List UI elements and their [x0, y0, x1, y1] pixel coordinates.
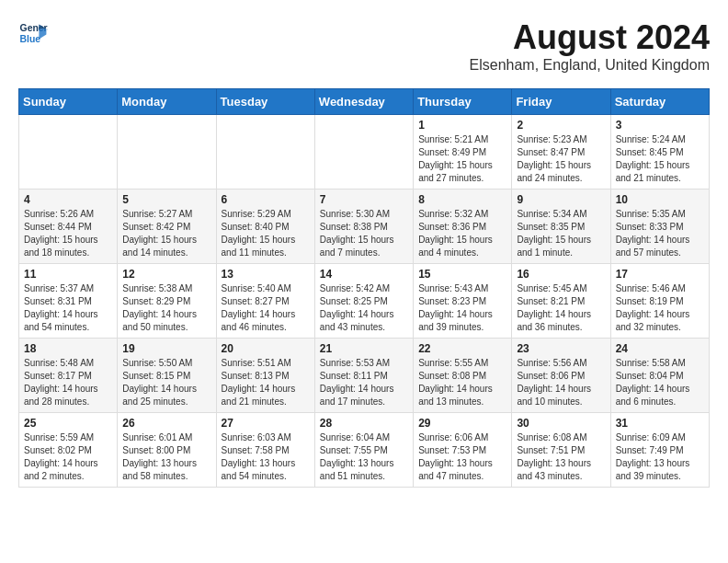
day-info: Sunrise: 5:56 AM Sunset: 8:06 PM Dayligh…: [517, 357, 605, 408]
day-info: Sunrise: 5:55 AM Sunset: 8:08 PM Dayligh…: [418, 357, 506, 408]
calendar-cell: [19, 115, 118, 190]
calendar-cell: 29Sunrise: 6:06 AM Sunset: 7:53 PM Dayli…: [414, 413, 512, 488]
calendar-cell: 20Sunrise: 5:51 AM Sunset: 8:13 PM Dayli…: [216, 339, 314, 413]
header-day-thursday: Thursday: [414, 89, 512, 115]
day-info: Sunrise: 6:01 AM Sunset: 8:00 PM Dayligh…: [122, 431, 210, 483]
week-row-1: 1Sunrise: 5:21 AM Sunset: 8:49 PM Daylig…: [19, 115, 710, 190]
calendar-cell: 23Sunrise: 5:56 AM Sunset: 8:06 PM Dayli…: [512, 339, 610, 413]
day-info: Sunrise: 5:27 AM Sunset: 8:42 PM Dayligh…: [122, 208, 210, 259]
page-header: General Blue August 2024 Elsenham, Engla…: [18, 18, 710, 74]
week-row-2: 4Sunrise: 5:26 AM Sunset: 8:44 PM Daylig…: [19, 190, 710, 264]
day-info: Sunrise: 5:32 AM Sunset: 8:36 PM Dayligh…: [418, 208, 506, 259]
day-number: 21: [320, 342, 408, 355]
day-info: Sunrise: 5:53 AM Sunset: 8:11 PM Dayligh…: [320, 357, 408, 408]
header-row: SundayMondayTuesdayWednesdayThursdayFrid…: [19, 89, 710, 115]
day-number: 20: [222, 342, 310, 355]
day-number: 18: [24, 342, 112, 355]
calendar-cell: 5Sunrise: 5:27 AM Sunset: 8:42 PM Daylig…: [118, 190, 216, 264]
day-info: Sunrise: 5:58 AM Sunset: 8:04 PM Dayligh…: [616, 357, 704, 408]
day-number: 29: [418, 417, 506, 430]
day-info: Sunrise: 5:43 AM Sunset: 8:23 PM Dayligh…: [418, 282, 506, 334]
week-row-5: 25Sunrise: 5:59 AM Sunset: 8:02 PM Dayli…: [19, 413, 710, 488]
day-info: Sunrise: 5:26 AM Sunset: 8:44 PM Dayligh…: [24, 208, 112, 259]
day-info: Sunrise: 5:30 AM Sunset: 8:38 PM Dayligh…: [320, 208, 408, 259]
calendar-cell: 15Sunrise: 5:43 AM Sunset: 8:23 PM Dayli…: [414, 264, 512, 339]
calendar-cell: 2Sunrise: 5:23 AM Sunset: 8:47 PM Daylig…: [512, 115, 610, 190]
day-number: 28: [320, 417, 408, 430]
calendar-cell: 31Sunrise: 6:09 AM Sunset: 7:49 PM Dayli…: [610, 413, 709, 488]
day-number: 24: [616, 342, 704, 355]
day-number: 8: [418, 193, 506, 206]
day-number: 31: [616, 417, 704, 430]
day-number: 4: [24, 193, 112, 206]
calendar-cell: 24Sunrise: 5:58 AM Sunset: 8:04 PM Dayli…: [610, 339, 709, 413]
calendar-cell: 3Sunrise: 5:24 AM Sunset: 8:45 PM Daylig…: [610, 115, 709, 190]
day-number: 14: [320, 268, 408, 281]
day-number: 26: [122, 417, 210, 430]
calendar-cell: 8Sunrise: 5:32 AM Sunset: 8:36 PM Daylig…: [414, 190, 512, 264]
day-number: 12: [122, 268, 210, 281]
day-number: 17: [616, 268, 704, 281]
day-number: 9: [517, 193, 605, 206]
day-info: Sunrise: 6:03 AM Sunset: 7:58 PM Dayligh…: [222, 431, 310, 483]
page-subtitle: Elsenham, England, United Kingdom: [470, 57, 711, 74]
day-info: Sunrise: 5:24 AM Sunset: 8:45 PM Dayligh…: [616, 133, 704, 185]
header-day-friday: Friday: [512, 89, 610, 115]
day-number: 2: [517, 119, 605, 132]
day-number: 11: [24, 268, 112, 281]
day-info: Sunrise: 5:23 AM Sunset: 8:47 PM Dayligh…: [517, 133, 605, 185]
day-info: Sunrise: 6:04 AM Sunset: 7:55 PM Dayligh…: [320, 431, 408, 483]
day-info: Sunrise: 5:37 AM Sunset: 8:31 PM Dayligh…: [24, 282, 112, 334]
svg-text:Blue: Blue: [20, 34, 41, 44]
calendar-cell: 13Sunrise: 5:40 AM Sunset: 8:27 PM Dayli…: [216, 264, 314, 339]
calendar-cell: 28Sunrise: 6:04 AM Sunset: 7:55 PM Dayli…: [314, 413, 413, 488]
day-info: Sunrise: 5:50 AM Sunset: 8:15 PM Dayligh…: [122, 357, 210, 408]
day-info: Sunrise: 6:08 AM Sunset: 7:51 PM Dayligh…: [517, 431, 605, 483]
day-number: 22: [418, 342, 506, 355]
day-number: 13: [222, 268, 310, 281]
calendar-cell: [314, 115, 413, 190]
day-number: 3: [616, 119, 704, 132]
day-number: 5: [122, 193, 210, 206]
calendar-cell: 17Sunrise: 5:46 AM Sunset: 8:19 PM Dayli…: [610, 264, 709, 339]
header-day-monday: Monday: [118, 89, 216, 115]
calendar-header: SundayMondayTuesdayWednesdayThursdayFrid…: [19, 89, 710, 115]
calendar-cell: 1Sunrise: 5:21 AM Sunset: 8:49 PM Daylig…: [414, 115, 512, 190]
calendar-body: 1Sunrise: 5:21 AM Sunset: 8:49 PM Daylig…: [19, 115, 710, 488]
day-info: Sunrise: 5:40 AM Sunset: 8:27 PM Dayligh…: [222, 282, 310, 334]
day-info: Sunrise: 5:35 AM Sunset: 8:33 PM Dayligh…: [616, 208, 704, 259]
calendar-cell: [216, 115, 314, 190]
calendar-cell: 12Sunrise: 5:38 AM Sunset: 8:29 PM Dayli…: [118, 264, 216, 339]
calendar-cell: 14Sunrise: 5:42 AM Sunset: 8:25 PM Dayli…: [314, 264, 413, 339]
logo-icon: General Blue: [18, 18, 48, 48]
day-info: Sunrise: 5:42 AM Sunset: 8:25 PM Dayligh…: [320, 282, 408, 334]
day-info: Sunrise: 5:21 AM Sunset: 8:49 PM Dayligh…: [418, 133, 506, 185]
day-info: Sunrise: 5:38 AM Sunset: 8:29 PM Dayligh…: [122, 282, 210, 334]
day-info: Sunrise: 5:29 AM Sunset: 8:40 PM Dayligh…: [222, 208, 310, 259]
calendar-cell: 10Sunrise: 5:35 AM Sunset: 8:33 PM Dayli…: [610, 190, 709, 264]
calendar-cell: 25Sunrise: 5:59 AM Sunset: 8:02 PM Dayli…: [19, 413, 118, 488]
calendar-cell: 4Sunrise: 5:26 AM Sunset: 8:44 PM Daylig…: [19, 190, 118, 264]
week-row-4: 18Sunrise: 5:48 AM Sunset: 8:17 PM Dayli…: [19, 339, 710, 413]
day-number: 6: [222, 193, 310, 206]
calendar-cell: 9Sunrise: 5:34 AM Sunset: 8:35 PM Daylig…: [512, 190, 610, 264]
day-number: 25: [24, 417, 112, 430]
day-info: Sunrise: 5:59 AM Sunset: 8:02 PM Dayligh…: [24, 431, 112, 483]
calendar-cell: 19Sunrise: 5:50 AM Sunset: 8:15 PM Dayli…: [118, 339, 216, 413]
week-row-3: 11Sunrise: 5:37 AM Sunset: 8:31 PM Dayli…: [19, 264, 710, 339]
header-day-sunday: Sunday: [19, 89, 118, 115]
day-info: Sunrise: 5:46 AM Sunset: 8:19 PM Dayligh…: [616, 282, 704, 334]
day-info: Sunrise: 5:45 AM Sunset: 8:21 PM Dayligh…: [517, 282, 605, 334]
calendar-cell: [118, 115, 216, 190]
calendar-cell: 11Sunrise: 5:37 AM Sunset: 8:31 PM Dayli…: [19, 264, 118, 339]
calendar-cell: 6Sunrise: 5:29 AM Sunset: 8:40 PM Daylig…: [216, 190, 314, 264]
header-day-tuesday: Tuesday: [216, 89, 314, 115]
day-number: 16: [517, 268, 605, 281]
page-title: August 2024: [470, 18, 711, 57]
calendar-cell: 7Sunrise: 5:30 AM Sunset: 8:38 PM Daylig…: [314, 190, 413, 264]
header-day-saturday: Saturday: [610, 89, 709, 115]
logo: General Blue: [18, 18, 48, 48]
calendar-cell: 18Sunrise: 5:48 AM Sunset: 8:17 PM Dayli…: [19, 339, 118, 413]
calendar-cell: 26Sunrise: 6:01 AM Sunset: 8:00 PM Dayli…: [118, 413, 216, 488]
calendar-table: SundayMondayTuesdayWednesdayThursdayFrid…: [18, 88, 710, 488]
